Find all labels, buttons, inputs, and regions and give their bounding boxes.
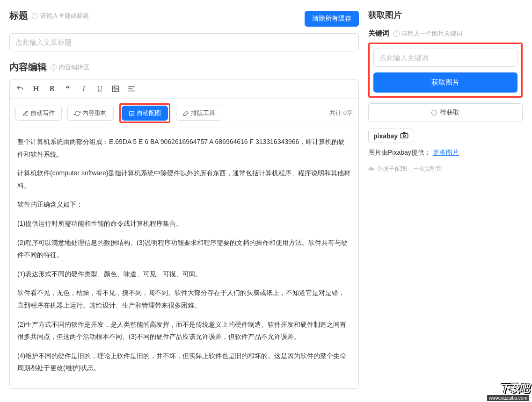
editor-header-row: 内容编辑 ! 内容编辑区 [9, 61, 359, 73]
align-left-icon[interactable] [127, 84, 136, 93]
promo-row: 小虎子配图，一次1淘币! [368, 165, 523, 173]
undo-icon[interactable] [15, 84, 25, 93]
info-icon: ! [32, 13, 38, 19]
word-count: 共计:0字 [329, 109, 353, 117]
content-paragraph: (1)表达形式不同的硬件类型、颜色、味道、可见、可摸、可闻。 [17, 268, 351, 280]
heading-icon[interactable]: H [31, 84, 41, 93]
content-paragraph: 软件的正确含义如下： [17, 198, 351, 211]
bold-icon[interactable]: B [47, 84, 57, 93]
content-paragraph: 软件看不见，无色，枯燥，看不见，摸不到，闻不到。软件大部分存在于人们的头脑或纸上… [17, 287, 351, 311]
content-paragraph: 整个计算机系统由两部分组成：E.69DA 5 E 6 BA 9062616964… [17, 136, 351, 160]
fetch-image-button[interactable]: 获取图片 [373, 72, 517, 93]
underline-icon[interactable]: U [95, 84, 104, 93]
pixabay-badge: pixabay [368, 129, 414, 143]
svg-rect-6 [401, 134, 408, 138]
circle-icon [431, 110, 437, 115]
format-toolbar: H B “ I U [10, 79, 358, 99]
provider-row: 图片由Pixabay提供： 更多图片 [368, 149, 523, 157]
quote-icon[interactable]: “ [63, 84, 73, 93]
info-icon: ! [51, 64, 57, 71]
editor-section-hint: ! 内容编辑区 [51, 63, 89, 72]
content-paragraph: (2)生产方式不同的软件是开发，是人类智能的高发挥，而不是传统意义上的硬件制造。… [17, 318, 351, 343]
image-sidebar: 获取图片 关键词 ! 请输入一个图片关键词 获取图片 待获取 pixabay 图… [368, 9, 523, 393]
image-icon[interactable] [111, 84, 120, 93]
content-paragraph: (4)维护不同的硬件是旧的，理论上软件是旧的，并不坏，但实际上软件也是旧的和坏的… [17, 350, 351, 374]
keyword-label: 关键词 [368, 29, 389, 38]
content-rebuild-button[interactable]: 内容重构 [67, 106, 114, 121]
pending-button[interactable]: 待获取 [368, 103, 523, 122]
editor-section-label: 内容编辑 [9, 61, 47, 73]
keyword-input[interactable] [373, 49, 517, 67]
editor-box: H B “ I U 自动写作 内容重构 [9, 79, 359, 389]
clear-cache-button[interactable]: 清除所有缓存 [305, 11, 359, 27]
content-paragraph: (2)程序可以满意地处理信息的数据结构。(3)说明程序功能要求和程序需要的文档的… [17, 237, 351, 261]
editor-content[interactable]: 整个计算机系统由两部分组成：E.69DA 5 E 6 BA 9062616964… [10, 128, 358, 388]
keyword-hint: ! 请输入一个图片关键词 [393, 29, 462, 38]
content-paragraph: (1)提供运行时所需功能和性能的命令或计算机程序集合。 [17, 217, 351, 230]
svg-point-7 [403, 135, 406, 137]
more-images-link[interactable]: 更多图片 [433, 149, 459, 156]
article-title-input[interactable] [9, 33, 359, 51]
auto-image-highlight: 自动配图 [119, 103, 170, 123]
sidebar-title: 获取图片 [368, 9, 523, 21]
auto-write-button[interactable]: 自动写作 [15, 106, 62, 121]
italic-icon[interactable]: I [79, 84, 88, 93]
title-header-row: 标题 ! 请输入主题或标题 清除所有缓存 [9, 9, 359, 28]
content-paragraph: 计算机软件(computer software)是指计算机系统中除硬件以外的所有… [17, 167, 351, 192]
title-section-label: 标题 [9, 9, 28, 22]
action-toolbar: 自动写作 内容重构 自动配图 排版工具 共计:0字 [10, 99, 358, 128]
layout-tool-button[interactable]: 排版工具 [176, 106, 222, 121]
keyword-highlight-box: 获取图片 [368, 43, 523, 98]
auto-image-button[interactable]: 自动配图 [122, 106, 168, 121]
svg-point-1 [114, 87, 115, 89]
info-icon: ! [393, 30, 400, 37]
cloud-icon [368, 166, 375, 171]
camera-icon [400, 132, 409, 140]
title-section-hint: ! 请输入主题或标题 [32, 12, 89, 20]
